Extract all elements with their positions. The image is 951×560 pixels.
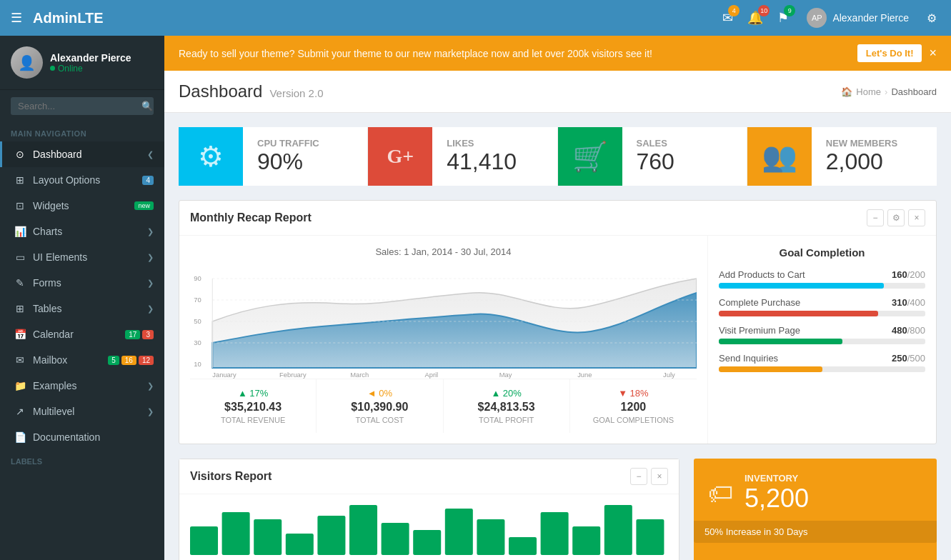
goal-add-cart-bar — [719, 283, 884, 289]
svg-text:50: 50 — [194, 318, 201, 325]
sales-value: 760 — [637, 149, 732, 175]
svg-rect-22 — [349, 505, 377, 555]
page-title-section: Dashboard Version 2.0 — [179, 81, 323, 101]
stat-box-members: 👥 NEW MEMBERS 2,000 — [747, 127, 937, 186]
navbar-left: ☰ AdminLTE — [11, 10, 104, 26]
visitors-minimize-button[interactable]: − — [630, 468, 647, 485]
search-button[interactable]: 🔍 — [141, 101, 153, 111]
sales-label: SALES — [637, 138, 732, 149]
goal-add-cart-progress — [719, 283, 925, 289]
members-label: NEW MEMBERS — [826, 138, 922, 149]
dashboard-arrow: ❮ — [147, 150, 154, 159]
calendar-badge-green: 17 — [125, 330, 140, 339]
user-menu[interactable]: AP Alexander Pierce — [800, 4, 916, 31]
sidebar-item-calendar[interactable]: 📅 Calendar 17 3 — [0, 321, 164, 347]
visitors-close-button[interactable]: × — [651, 468, 668, 485]
cost-change: ◄ 0% — [327, 388, 432, 399]
breadcrumb-current: Dashboard — [891, 86, 937, 97]
goal-item-add-cart: Add Products to Cart 160/200 — [719, 269, 925, 289]
user-name: Alexander Pierce — [832, 12, 909, 24]
mailbox-badge-red: 12 — [139, 356, 154, 365]
goal-inquiries-count: 250/500 — [892, 353, 925, 364]
visitors-report-card: Visitors Report − × — [179, 459, 679, 560]
page-version: Version 2.0 — [269, 87, 323, 99]
goal-item-purchase: Complete Purchase 310/400 — [719, 297, 925, 316]
profit-label: TOTAL PROFIT — [454, 416, 559, 424]
examples-arrow: ❯ — [147, 381, 154, 391]
sidebar-user-name: Alexander Pierce — [50, 52, 131, 64]
monthly-report-body: Sales: 1 Jan, 2014 - 30 Jul, 2014 — [179, 236, 936, 444]
likes-icon: G+ — [368, 127, 432, 186]
mailbox-badge-green: 5 — [108, 356, 119, 365]
breadcrumb-separator: › — [885, 86, 887, 97]
completions-label: GOAL COMPLETIONS — [581, 416, 686, 424]
alert-close-button[interactable]: × — [929, 46, 937, 61]
sidebar-item-multilevel[interactable]: ↗ Multilevel ❯ — [0, 399, 164, 424]
sidebar-item-examples[interactable]: 📁 Examples ❯ — [0, 373, 164, 399]
content-body: ⚙ CPU TRAFFIC 90% G+ LIKES 41,410 🛒 — [164, 113, 951, 560]
multilevel-arrow: ❯ — [147, 407, 154, 416]
monthly-report-title: Monthly Recap Report — [190, 211, 312, 224]
goal-purchase-label: Complete Purchase — [719, 297, 800, 308]
likes-value: 41,410 — [447, 149, 542, 175]
inventory-info: INVENTORY 5,200 — [745, 473, 809, 514]
breadcrumb-home-text[interactable]: Home — [856, 86, 881, 97]
members-icon: 👥 — [747, 127, 812, 186]
configure-button[interactable]: ⚙ — [887, 209, 905, 226]
minimize-button[interactable]: − — [867, 209, 884, 226]
sidebar-item-documentation[interactable]: 📄 Documentation — [0, 424, 164, 450]
sidebar-item-widgets[interactable]: ⊡ Widgets new — [0, 193, 164, 219]
brand-logo[interactable]: AdminLTE — [33, 10, 104, 26]
cost-label: TOTAL COST — [327, 416, 432, 424]
user-avatar: AP — [807, 8, 827, 28]
mailbox-icon: ✉ — [13, 354, 27, 366]
multilevel-icon: ↗ — [13, 406, 27, 417]
sales-chart: 90 70 50 30 10 January February March Ap… — [190, 264, 697, 379]
svg-text:May: May — [499, 371, 512, 379]
sidebar-item-dashboard[interactable]: ⊙ Dashboard ❮ — [0, 141, 164, 167]
sidebar-item-charts[interactable]: 📊 Charts ❯ — [0, 219, 164, 244]
goal-inquiries-label: Send Inquiries — [719, 353, 778, 364]
top-navbar: ☰ AdminLTE ✉ 4 🔔 10 ⚑ 9 AP Alexander Pie… — [0, 0, 951, 36]
svg-text:30: 30 — [194, 339, 201, 346]
svg-text:March: March — [350, 371, 369, 379]
breadcrumb-home-icon: 🏠 — [841, 86, 852, 97]
close-button[interactable]: × — [908, 209, 925, 226]
cost-value: $10,390.90 — [327, 401, 432, 414]
ui-arrow: ❯ — [147, 253, 154, 262]
flags-button[interactable]: ⚑ 9 — [774, 6, 792, 29]
alert-action-button[interactable]: Let's Do It! — [857, 44, 922, 62]
svg-rect-19 — [254, 519, 282, 555]
sidebar-item-forms[interactable]: ✎ Forms ❯ — [0, 270, 164, 296]
sidebar-user-info: Alexander Pierce Online — [50, 52, 131, 74]
svg-text:90: 90 — [194, 275, 201, 282]
chart-stats: ▲ 17% $35,210.43 TOTAL REVENUE ◄ 0% $10,… — [190, 379, 697, 433]
svg-text:June: June — [577, 371, 592, 379]
chart-subtitle: Sales: 1 Jan, 2014 - 30 Jul, 2014 — [190, 246, 697, 257]
inventory-icon: 🏷 — [708, 479, 734, 509]
cpu-value: 90% — [257, 149, 353, 175]
inventory-value: 5,200 — [745, 484, 809, 514]
card-tools: − ⚙ × — [867, 209, 925, 226]
visitors-tools: − × — [630, 468, 668, 485]
labels-title: LABELS — [11, 457, 154, 466]
inventory-top: 🏷 INVENTORY 5,200 — [708, 473, 922, 514]
sidebar-item-ui-elements[interactable]: ▭ UI Elements ❯ — [0, 244, 164, 270]
alerts-button[interactable]: 🔔 10 — [744, 6, 767, 29]
svg-rect-30 — [604, 505, 632, 555]
sidebar-item-tables[interactable]: ⊞ Tables ❯ — [0, 296, 164, 321]
search-input[interactable] — [18, 101, 138, 111]
likes-label: LIKES — [447, 138, 542, 149]
sidebar-toggle-button[interactable]: ☰ — [11, 10, 22, 26]
main-wrapper: 👤 Alexander Pierce Online 🔍 MAIN NAVIGAT… — [0, 36, 951, 560]
sidebar-item-mailbox[interactable]: ✉ Mailbox 5 16 12 — [0, 347, 164, 373]
messages-button[interactable]: ✉ 4 — [719, 6, 737, 29]
messages-badge: 4 — [728, 5, 740, 16]
svg-rect-27 — [509, 537, 537, 555]
svg-rect-25 — [445, 509, 473, 555]
completions-change: ▼ 18% — [581, 388, 686, 399]
svg-rect-21 — [317, 516, 345, 555]
settings-button[interactable]: ⚙ — [923, 8, 940, 29]
mailbox-label: Mailbox — [33, 354, 67, 366]
sidebar-item-layout-options[interactable]: ⊞ Layout Options 4 — [0, 167, 164, 193]
